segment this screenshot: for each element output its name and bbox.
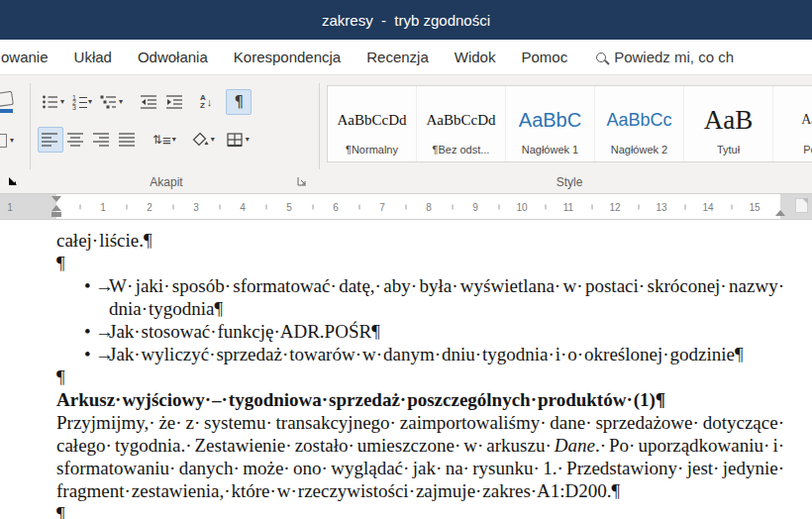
ruler-tick (591, 204, 592, 209)
paint-bucket-icon (192, 132, 210, 148)
ruler-tick (312, 204, 313, 209)
paragraph-text: całej· liście.¶ (56, 230, 152, 251)
arrow-down-icon: ↓ (207, 96, 213, 108)
ruler-tick (358, 204, 359, 209)
align-left-button[interactable] (38, 127, 63, 153)
chevron-down-icon: ▾ (60, 98, 64, 106)
style-item-bez-odstepow[interactable]: AaBbCcDd ¶Bez odst... (417, 86, 506, 161)
tab-odwolania[interactable]: Odwołania (125, 49, 221, 65)
style-preview: AaBbCc (606, 98, 671, 142)
ruler-number: 5 (286, 201, 292, 212)
tab-recenzja[interactable]: Recenzja (354, 49, 442, 65)
ruler-tick (452, 204, 453, 209)
align-right-button[interactable] (89, 127, 115, 153)
ruler-number: 6 (333, 201, 339, 212)
show-formatting-marks-button[interactable]: ¶ (226, 89, 252, 115)
tab-uklad[interactable]: Układ (61, 49, 125, 65)
tab-pomoc[interactable]: Pomoc (508, 49, 580, 65)
empty-paragraph[interactable]: ¶ (56, 252, 784, 274)
font-dialog-launcher-icon[interactable] (6, 174, 20, 188)
style-item-naglowek-1[interactable]: AaBbC Nagłówek 1 (506, 86, 595, 161)
tab-partial-projektowanie[interactable]: owanie (0, 49, 61, 65)
numbering-button[interactable]: 1 2 3 ▾ (68, 89, 96, 115)
ruler-number: 10 (516, 201, 527, 212)
paragraph[interactable]: całej· liście.¶ (56, 229, 784, 252)
line-spacing-button[interactable]: ⇅ ≡ ▾ (149, 127, 180, 153)
align-center-button[interactable] (63, 127, 89, 153)
style-item-naglowek-2[interactable]: AaBbCc Nagłówek 2 (595, 86, 684, 161)
list-item[interactable]: • → Jak· stosować· funkcję· ADR.POŚR¶ (56, 320, 784, 343)
ruler-number: 12 (609, 201, 620, 212)
style-item-normalny[interactable]: AaBbCcDd ¶Normalny (328, 86, 417, 161)
style-preview: AaBbCcDd (427, 98, 496, 142)
list-item-text: Jak· wyliczyć· sprzedaż· towarów· w· dan… (109, 344, 744, 364)
partial-font-group-icon[interactable] (0, 91, 17, 115)
numbered-list-icon: 1 2 3 (72, 95, 87, 110)
chevron-down-icon: ▾ (246, 136, 250, 144)
list-item[interactable]: • → W· jaki· sposób· sformatować· datę,·… (56, 274, 784, 320)
ribbon: ▾ ▾ 1 2 3 ▾ (0, 75, 812, 194)
left-indent-marker[interactable] (51, 212, 61, 217)
decrease-indent-icon (141, 94, 158, 110)
paragraph-group-row2: ⇅ ≡ ▾ ▾ ▾ (38, 127, 254, 153)
tell-me-label: Powiedz mi, co ch (614, 49, 734, 65)
document-page[interactable]: całej· liście.¶ ¶ • → W· jaki· sposób· s… (0, 220, 812, 519)
list-item[interactable]: • → Jak· wyliczyć· sprzedaż· towarów· w·… (56, 343, 784, 365)
ruler-number: 9 (472, 201, 478, 212)
multilevel-list-button[interactable]: ▾ (96, 89, 127, 115)
empty-paragraph[interactable]: ¶ (56, 502, 784, 519)
borders-icon (227, 132, 245, 148)
style-name: ¶Bez odst... (433, 144, 490, 156)
align-center-icon (67, 132, 85, 148)
partial-font-group-dropdown[interactable]: ▾ (0, 131, 14, 151)
ruler-tick (219, 204, 220, 209)
empty-paragraph[interactable]: ¶ (56, 365, 784, 388)
bullet-marker: • (84, 320, 91, 343)
tell-me-search[interactable]: Powiedz mi, co ch (596, 49, 812, 65)
bullets-button[interactable]: ▾ (38, 89, 68, 115)
style-preview: AaBbCcDd (338, 98, 407, 142)
tab-korespondencja[interactable]: Korespondencja (221, 49, 354, 65)
hanging-indent-marker[interactable] (51, 205, 61, 211)
style-item-tytul[interactable]: AaB Tytuł (684, 86, 773, 161)
chevron-down-icon: ▾ (172, 136, 176, 144)
list-item-text: W· jaki· sposób· sformatować· datę,· aby… (109, 275, 784, 319)
paragraph-group-label: Akapit (38, 175, 295, 189)
paragraph-dialog-launcher-icon[interactable] (295, 174, 309, 188)
shading-button[interactable]: ▾ (188, 127, 219, 153)
tab-mark: → (95, 343, 114, 365)
partial-icon (0, 134, 7, 148)
borders-button[interactable]: ▾ (223, 127, 254, 153)
ruler-tick (405, 204, 406, 209)
increase-indent-button[interactable] (162, 89, 188, 115)
chevron-down-icon: ▾ (119, 98, 123, 106)
ruler-number: 1 (7, 201, 13, 212)
style-name: Pod... (803, 144, 812, 156)
heading-paragraph[interactable]: Arkusz· wyjściowy· –· tygodniowa· sprzed… (56, 388, 784, 411)
increase-indent-icon (166, 94, 184, 110)
right-indent-marker[interactable] (775, 210, 785, 216)
page-fold-icon (795, 198, 808, 213)
justify-icon (119, 132, 137, 148)
style-name: Nagłówek 2 (611, 144, 667, 156)
body-paragraph[interactable]: Przyjmijmy,· że· z· systemu· transakcyjn… (56, 411, 784, 502)
ruler-number: 7 (379, 201, 385, 212)
style-preview: AaBbC (519, 98, 581, 142)
style-name: Nagłówek 1 (522, 144, 578, 156)
ruler-tick (126, 204, 127, 209)
ruler-tick (265, 204, 266, 209)
color-bar-icon (0, 109, 13, 113)
tab-mark: → (95, 320, 114, 343)
sort-button[interactable]: AZ ↓ (196, 89, 216, 115)
decrease-indent-button[interactable] (137, 89, 162, 115)
sort-az-icon: AZ (200, 94, 206, 110)
style-item-podtytul[interactable]: AaBb Pod... (773, 86, 812, 161)
window-title: zakresy - tryb zgodności (322, 12, 490, 29)
tab-widok[interactable]: Widok (442, 49, 509, 65)
ruler-tick (498, 204, 499, 209)
bullet-marker: • (84, 343, 91, 365)
justify-button[interactable] (115, 127, 141, 153)
style-name: Tytuł (717, 144, 740, 156)
first-line-indent-marker[interactable] (51, 196, 61, 202)
ruler-number: 11 (563, 201, 573, 212)
